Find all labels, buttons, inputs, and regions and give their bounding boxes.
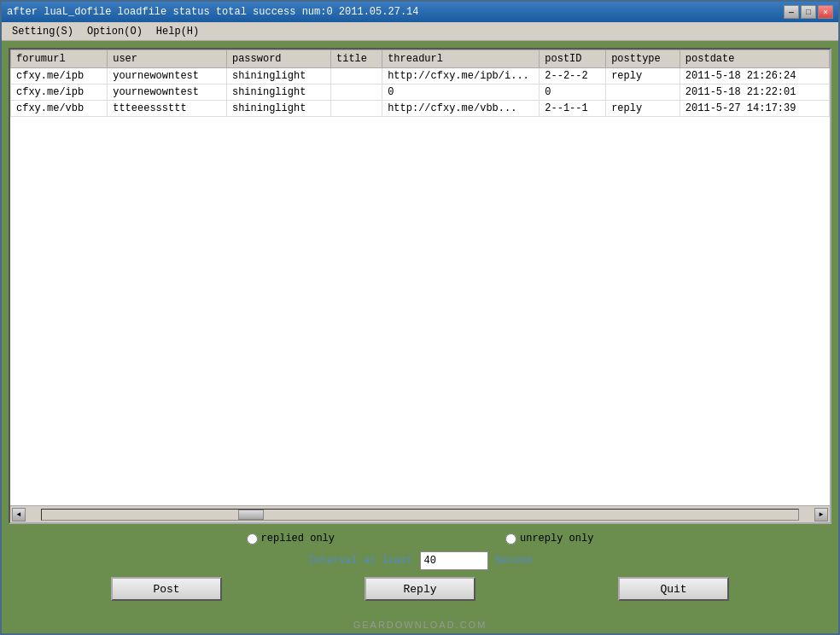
- unreply-only-option[interactable]: unreply only: [505, 533, 593, 545]
- col-header-user: user: [108, 50, 227, 68]
- menu-option[interactable]: Option(O): [80, 24, 149, 39]
- footer: GearDownload.com: [2, 616, 838, 633]
- interval-input[interactable]: [420, 551, 488, 570]
- cell-title: [330, 84, 382, 101]
- unreply-only-label: unreply only: [520, 533, 593, 545]
- cell-postID: 2--2--2: [540, 68, 606, 84]
- controls-area: replied only unreply only Interval at le…: [9, 524, 831, 609]
- cell-title: [330, 101, 382, 117]
- menu-bar: Setting(S) Option(O) Help(H): [2, 22, 838, 41]
- col-header-password: password: [226, 50, 330, 68]
- cell-postdate: 2011-5-18 21:26:24: [680, 68, 829, 84]
- cell-threadurl: http://cfxy.me/ipb/i...: [382, 68, 540, 84]
- cell-postdate: 2011-5-27 14:17:39: [680, 101, 829, 117]
- close-button[interactable]: ✕: [818, 5, 833, 19]
- cell-postID: 2--1--1: [540, 101, 606, 117]
- title-text: after luaL_dofile loadfile status total …: [7, 6, 784, 18]
- table-row[interactable]: cfxy.me/ipbyournewowntestshininglighthtt…: [11, 68, 830, 84]
- table-header-row: forumurl user password title threadurl p…: [11, 50, 830, 68]
- cell-postID: 0: [540, 84, 606, 101]
- replied-only-option[interactable]: replied only: [247, 533, 335, 545]
- scrollbar-area: ◄ ►: [10, 505, 830, 522]
- cell-user: yournewowntest: [108, 84, 227, 101]
- cell-forumurl: cfxy.me/vbb: [11, 101, 108, 117]
- menu-setting[interactable]: Setting(S): [5, 24, 80, 39]
- col-header-threadurl: threadurl: [382, 50, 540, 68]
- buttons-row: Post Reply Quit: [26, 577, 814, 601]
- h-scrollbar[interactable]: [41, 509, 799, 521]
- cell-password: shininglight: [226, 84, 330, 101]
- table-container: forumurl user password title threadurl p…: [9, 48, 831, 524]
- title-bar: after luaL_dofile loadfile status total …: [2, 2, 838, 22]
- maximize-button[interactable]: □: [801, 5, 816, 19]
- cell-title: [330, 68, 382, 84]
- scroll-right-button[interactable]: ►: [814, 508, 828, 521]
- table-scroll-area[interactable]: forumurl user password title threadurl p…: [10, 50, 830, 505]
- footer-text: GearDownload.com: [353, 620, 487, 630]
- table-body: cfxy.me/ipbyournewowntestshininglighthtt…: [11, 68, 830, 117]
- radio-row: replied only unreply only: [26, 533, 814, 545]
- menu-help[interactable]: Help(H): [149, 24, 206, 39]
- cell-posttype: reply: [606, 68, 680, 84]
- cell-posttype: reply: [606, 101, 680, 117]
- cell-password: shininglight: [226, 68, 330, 84]
- cell-posttype: [606, 84, 680, 101]
- h-scroll-thumb[interactable]: [238, 510, 264, 520]
- cell-forumurl: cfxy.me/ipb: [11, 84, 108, 101]
- interval-row: Interval at least Second: [26, 551, 814, 570]
- window-controls: — □ ✕: [784, 5, 833, 19]
- col-header-forumurl: forumurl: [11, 50, 108, 68]
- second-label: Second: [495, 555, 532, 567]
- table-row[interactable]: cfxy.me/ipbyournewowntestshininglight002…: [11, 84, 830, 101]
- data-table: forumurl user password title threadurl p…: [10, 50, 830, 117]
- col-header-postid: postID: [540, 50, 606, 68]
- scroll-left-button[interactable]: ◄: [12, 508, 26, 521]
- cell-user: ttteeesssttt: [108, 101, 227, 117]
- col-header-title: title: [330, 50, 382, 68]
- replied-only-label: replied only: [261, 533, 335, 545]
- minimize-button[interactable]: —: [784, 5, 799, 19]
- table-row[interactable]: cfxy.me/vbbttteeessstttshininglighthttp:…: [11, 101, 830, 117]
- cell-threadurl: http://cfxy.me/vbb...: [382, 101, 540, 117]
- col-header-posttype: posttype: [606, 50, 680, 68]
- interval-label: Interval at least: [308, 555, 412, 567]
- post-button[interactable]: Post: [111, 577, 222, 601]
- cell-password: shininglight: [226, 101, 330, 117]
- cell-user: yournewowntest: [108, 68, 227, 84]
- cell-forumurl: cfxy.me/ipb: [11, 68, 108, 84]
- unreply-only-radio[interactable]: [505, 533, 516, 545]
- replied-only-radio[interactable]: [247, 533, 258, 545]
- main-content: forumurl user password title threadurl p…: [2, 41, 838, 616]
- col-header-postdate: postdate: [680, 50, 829, 68]
- cell-threadurl: 0: [382, 84, 540, 101]
- reply-button[interactable]: Reply: [365, 577, 475, 601]
- cell-postdate: 2011-5-18 21:22:01: [680, 84, 829, 101]
- quit-button[interactable]: Quit: [618, 577, 729, 601]
